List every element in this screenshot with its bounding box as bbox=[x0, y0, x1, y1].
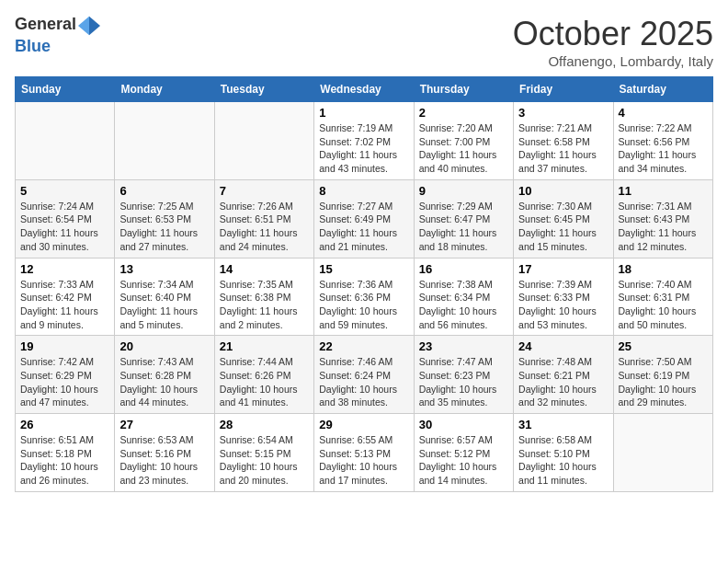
day-info: Sunrise: 7:36 AMSunset: 6:36 PMDaylight:… bbox=[319, 278, 408, 332]
day-cell: 15Sunrise: 7:36 AMSunset: 6:36 PMDayligh… bbox=[314, 258, 414, 336]
day-number: 23 bbox=[419, 339, 508, 353]
day-cell: 8Sunrise: 7:27 AMSunset: 6:49 PMDaylight… bbox=[314, 179, 414, 258]
week-row-2: 5Sunrise: 7:24 AMSunset: 6:54 PMDaylight… bbox=[16, 179, 713, 258]
weekday-header-saturday: Saturday bbox=[613, 77, 712, 102]
day-cell: 23Sunrise: 7:47 AMSunset: 6:23 PMDayligh… bbox=[414, 336, 513, 414]
day-info: Sunrise: 7:27 AMSunset: 6:49 PMDaylight:… bbox=[319, 200, 408, 254]
page-header: General Blue October 2025 Offanengo, Lom… bbox=[15, 15, 713, 69]
day-cell: 19Sunrise: 7:42 AMSunset: 6:29 PMDayligh… bbox=[16, 336, 115, 414]
day-cell: 9Sunrise: 7:29 AMSunset: 6:47 PMDaylight… bbox=[414, 179, 513, 258]
day-info: Sunrise: 7:39 AMSunset: 6:33 PMDaylight:… bbox=[518, 278, 608, 332]
weekday-header-friday: Friday bbox=[514, 77, 613, 102]
day-info: Sunrise: 7:25 AMSunset: 6:53 PMDaylight:… bbox=[119, 200, 209, 254]
day-cell: 13Sunrise: 7:34 AMSunset: 6:40 PMDayligh… bbox=[115, 258, 214, 336]
day-number: 25 bbox=[619, 339, 708, 353]
day-info: Sunrise: 7:40 AMSunset: 6:31 PMDaylight:… bbox=[619, 278, 708, 332]
day-info: Sunrise: 7:48 AMSunset: 6:21 PMDaylight:… bbox=[518, 355, 608, 409]
day-info: Sunrise: 7:21 AMSunset: 6:58 PMDaylight:… bbox=[518, 121, 608, 176]
day-number: 19 bbox=[20, 339, 109, 353]
day-cell: 14Sunrise: 7:35 AMSunset: 6:38 PMDayligh… bbox=[214, 258, 313, 336]
day-number: 15 bbox=[319, 262, 408, 276]
day-info: Sunrise: 7:46 AMSunset: 6:24 PMDaylight:… bbox=[319, 355, 408, 409]
day-info: Sunrise: 7:33 AMSunset: 6:42 PMDaylight:… bbox=[20, 278, 109, 332]
day-info: Sunrise: 6:58 AMSunset: 5:10 PMDaylight:… bbox=[518, 433, 608, 488]
day-info: Sunrise: 7:30 AMSunset: 6:45 PMDaylight:… bbox=[518, 200, 608, 254]
day-number: 29 bbox=[319, 418, 408, 431]
weekday-header-thursday: Thursday bbox=[414, 77, 513, 102]
day-info: Sunrise: 7:44 AMSunset: 6:26 PMDaylight:… bbox=[220, 355, 309, 409]
day-cell: 31Sunrise: 6:58 AMSunset: 5:10 PMDayligh… bbox=[514, 414, 613, 492]
day-info: Sunrise: 7:24 AMSunset: 6:54 PMDaylight:… bbox=[20, 200, 109, 254]
day-cell bbox=[16, 102, 115, 180]
day-cell: 18Sunrise: 7:40 AMSunset: 6:31 PMDayligh… bbox=[613, 258, 712, 336]
day-cell: 5Sunrise: 7:24 AMSunset: 6:54 PMDaylight… bbox=[16, 179, 115, 258]
day-cell: 21Sunrise: 7:44 AMSunset: 6:26 PMDayligh… bbox=[214, 336, 313, 414]
day-number: 28 bbox=[220, 418, 309, 431]
day-number: 6 bbox=[119, 184, 209, 198]
month-title: October 2025 bbox=[513, 15, 713, 53]
day-cell: 27Sunrise: 6:53 AMSunset: 5:16 PMDayligh… bbox=[115, 414, 214, 492]
weekday-header-monday: Monday bbox=[115, 77, 214, 102]
day-info: Sunrise: 7:34 AMSunset: 6:40 PMDaylight:… bbox=[119, 278, 209, 332]
day-info: Sunrise: 7:43 AMSunset: 6:28 PMDaylight:… bbox=[119, 355, 209, 409]
svg-marker-1 bbox=[78, 17, 89, 36]
day-info: Sunrise: 7:42 AMSunset: 6:29 PMDaylight:… bbox=[20, 355, 109, 409]
logo-blue: Blue bbox=[15, 37, 51, 55]
day-cell: 3Sunrise: 7:21 AMSunset: 6:58 PMDaylight… bbox=[514, 102, 613, 180]
weekday-header-tuesday: Tuesday bbox=[214, 77, 313, 102]
svg-marker-0 bbox=[89, 17, 100, 36]
day-number: 4 bbox=[619, 106, 708, 120]
day-cell: 26Sunrise: 6:51 AMSunset: 5:18 PMDayligh… bbox=[16, 414, 115, 492]
day-cell: 1Sunrise: 7:19 AMSunset: 7:02 PMDaylight… bbox=[314, 102, 414, 180]
day-cell: 17Sunrise: 7:39 AMSunset: 6:33 PMDayligh… bbox=[514, 258, 613, 336]
day-cell bbox=[613, 414, 712, 492]
day-cell: 7Sunrise: 7:26 AMSunset: 6:51 PMDaylight… bbox=[214, 179, 313, 258]
day-info: Sunrise: 7:38 AMSunset: 6:34 PMDaylight:… bbox=[419, 278, 508, 332]
day-number: 22 bbox=[319, 339, 408, 353]
day-number: 21 bbox=[220, 339, 309, 353]
day-info: Sunrise: 7:29 AMSunset: 6:47 PMDaylight:… bbox=[419, 200, 508, 254]
day-number: 11 bbox=[619, 184, 708, 198]
day-number: 10 bbox=[518, 184, 608, 198]
week-row-1: 1Sunrise: 7:19 AMSunset: 7:02 PMDaylight… bbox=[16, 102, 713, 180]
day-number: 17 bbox=[518, 262, 608, 276]
day-cell bbox=[214, 102, 313, 180]
day-info: Sunrise: 6:54 AMSunset: 5:15 PMDaylight:… bbox=[220, 433, 309, 488]
day-info: Sunrise: 7:50 AMSunset: 6:19 PMDaylight:… bbox=[619, 355, 708, 409]
day-cell: 6Sunrise: 7:25 AMSunset: 6:53 PMDaylight… bbox=[115, 179, 214, 258]
week-row-3: 12Sunrise: 7:33 AMSunset: 6:42 PMDayligh… bbox=[16, 258, 713, 336]
day-cell: 20Sunrise: 7:43 AMSunset: 6:28 PMDayligh… bbox=[115, 336, 214, 414]
day-number: 1 bbox=[319, 106, 408, 120]
day-info: Sunrise: 7:26 AMSunset: 6:51 PMDaylight:… bbox=[220, 200, 309, 254]
day-number: 24 bbox=[518, 339, 608, 353]
day-info: Sunrise: 7:31 AMSunset: 6:43 PMDaylight:… bbox=[619, 200, 708, 254]
day-info: Sunrise: 7:20 AMSunset: 7:00 PMDaylight:… bbox=[419, 121, 508, 176]
day-number: 30 bbox=[419, 418, 508, 431]
day-number: 13 bbox=[119, 262, 209, 276]
day-cell: 11Sunrise: 7:31 AMSunset: 6:43 PMDayligh… bbox=[613, 179, 712, 258]
day-cell: 29Sunrise: 6:55 AMSunset: 5:13 PMDayligh… bbox=[314, 414, 414, 492]
day-info: Sunrise: 7:19 AMSunset: 7:02 PMDaylight:… bbox=[319, 121, 408, 176]
day-cell: 24Sunrise: 7:48 AMSunset: 6:21 PMDayligh… bbox=[514, 336, 613, 414]
day-cell: 10Sunrise: 7:30 AMSunset: 6:45 PMDayligh… bbox=[514, 179, 613, 258]
day-info: Sunrise: 7:47 AMSunset: 6:23 PMDaylight:… bbox=[419, 355, 508, 409]
day-number: 20 bbox=[119, 339, 209, 353]
day-number: 14 bbox=[220, 262, 309, 276]
title-section: October 2025 Offanengo, Lombardy, Italy bbox=[513, 15, 713, 69]
day-info: Sunrise: 6:51 AMSunset: 5:18 PMDaylight:… bbox=[20, 433, 109, 488]
day-cell bbox=[115, 102, 214, 180]
day-number: 18 bbox=[619, 262, 708, 276]
calendar-table: SundayMondayTuesdayWednesdayThursdayFrid… bbox=[15, 76, 713, 492]
day-number: 26 bbox=[20, 418, 109, 431]
day-cell: 22Sunrise: 7:46 AMSunset: 6:24 PMDayligh… bbox=[314, 336, 414, 414]
day-number: 16 bbox=[419, 262, 508, 276]
day-number: 7 bbox=[220, 184, 309, 198]
day-cell: 12Sunrise: 7:33 AMSunset: 6:42 PMDayligh… bbox=[16, 258, 115, 336]
week-row-4: 19Sunrise: 7:42 AMSunset: 6:29 PMDayligh… bbox=[16, 336, 713, 414]
day-info: Sunrise: 6:57 AMSunset: 5:12 PMDaylight:… bbox=[419, 433, 508, 488]
day-info: Sunrise: 7:22 AMSunset: 6:56 PMDaylight:… bbox=[619, 121, 708, 176]
day-number: 12 bbox=[20, 262, 109, 276]
weekday-header-sunday: Sunday bbox=[16, 77, 115, 102]
day-info: Sunrise: 6:53 AMSunset: 5:16 PMDaylight:… bbox=[119, 433, 209, 488]
week-row-5: 26Sunrise: 6:51 AMSunset: 5:18 PMDayligh… bbox=[16, 414, 713, 492]
